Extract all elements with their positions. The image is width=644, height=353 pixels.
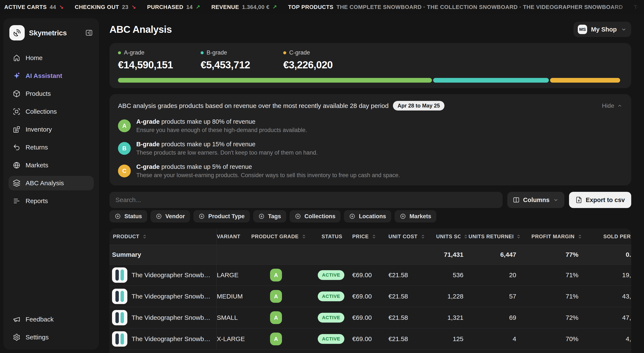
file-export-icon [576,196,582,203]
grade-name: A-grade [124,50,144,56]
filter-chip-collections[interactable]: Collections [290,210,341,222]
grade-metrics: A-grade €14,590,151 B-grade €5,453,712 C… [118,50,623,71]
search-input[interactable] [110,192,502,208]
grade-share-bar [118,78,623,82]
filter-chip-vendor[interactable]: Vendor [150,210,190,222]
cell-status: ACTIVE [318,286,352,307]
shop-avatar: MS [578,25,587,34]
sidebar-item-products[interactable]: Products [8,86,94,101]
summary-cell-product: Summary [110,245,217,264]
product-thumbnail [112,289,127,304]
collections-icon [13,108,20,116]
chevron-down-icon [620,26,627,32]
sidebar-item-label: Reports [26,197,48,204]
status-badge: ACTIVE [318,270,344,280]
grade-metric-label: B-grade [200,50,283,56]
cell-grade: A [251,286,318,307]
sidebar-collapse-button[interactable] [85,29,93,36]
table-row[interactable]: The Videographer SnowboardSMALLAACTIVE€6… [110,307,631,328]
chevron-down-icon [553,197,559,203]
cell-cost: €21.58 [388,286,436,307]
shop-name: My Shop [591,26,617,33]
column-header-product[interactable]: PRODUCT [110,228,217,245]
filter-chip-product-type[interactable]: Product Type [193,210,250,222]
sidebar-item-home[interactable]: Home [8,51,94,65]
ticker-item: REVENUE1.364,00 €↗ [211,4,277,10]
main-content: ABC Analysis MS My Shop A-grade €14,590,… [99,18,640,353]
snowboard-dark-icon [116,334,119,344]
columns-button[interactable]: Columns [507,192,564,208]
ticker-value: 23 [122,4,128,10]
column-header-sp[interactable]: SOLD PER [583,228,631,245]
summary-cell-grade [251,245,318,264]
sidebar-item-inventory[interactable]: Inventory [8,122,94,137]
summary-row: Summary71,4316,44777%0.5 [110,245,631,265]
product-name: The Videographer Snowboard [132,335,216,342]
cell-margin: 70% [521,328,583,350]
ticker-item: TOP LOCATIONSAUSTRALIA · REINO UNIDO [634,4,644,10]
grade-explanation-title: B-grade products make up 15% of revenue [136,141,318,148]
ticker-value: THE COMPLETE SNOWBOARD · THE COLLECTION … [336,4,623,10]
ticker-label: REVENUE [211,4,239,10]
sidebar-item-ai-assistant[interactable]: AI Assistant [8,68,94,83]
sidebar-item-abc-analysis[interactable]: ABC Analysis [8,176,94,190]
column-header-cost[interactable]: UNIT COST [388,228,436,245]
cell-product: The Videographer Snowboard [110,286,217,307]
table-row[interactable]: The Videographer SnowboardMEDIUMAACTIVE€… [110,286,631,307]
column-header-sold[interactable]: UNITS SOLD [436,228,468,245]
column-label: PRODUCT [113,234,139,240]
product-name: The Videographer Snowboard [132,314,216,321]
title-row: ABC Analysis MS My Shop [110,22,631,37]
filter-chip-locations[interactable]: Locations [344,210,391,222]
grade-explanation-text: B-grade products make up 15% of revenue … [136,141,318,156]
cell-variant: LARGE [217,265,251,286]
cell-grade: A [251,328,318,350]
trend-up-icon: ↗ [272,4,277,10]
sidebar-item-markets[interactable]: Markets [8,158,94,172]
shop-switcher-button[interactable]: MS My Shop [574,22,631,37]
cell-cost: €21.58 [388,328,436,350]
grade-share-segment [118,78,432,82]
column-header-price[interactable]: PRICE [352,228,388,245]
export-csv-button[interactable]: Export to csv [569,192,631,208]
grade-explanation-title: A-grade products make up 80% of revenue [136,118,307,125]
filter-chip-tags[interactable]: Tags [253,210,286,222]
column-label: VARIANT [217,234,240,240]
column-header-ret[interactable]: UNITS RETURNED [468,228,521,245]
table-row[interactable]: The Videographer SnowboardX-LARGEAACTIVE… [110,328,631,350]
column-header-grade[interactable]: PRODUCT GRADE [251,228,318,245]
grade-explanation-item: A A-grade products make up 80% of revenu… [118,118,623,134]
column-label: UNIT COST [388,234,418,240]
shell: Skymetrics HomeAI AssistantProductsColle… [0,14,644,353]
grade-explanations: A A-grade products make up 80% of revenu… [118,118,623,179]
cell-grade: A [251,265,318,286]
satellite-dish-icon [13,28,21,37]
sidebar-item-label: AI Assistant [26,72,62,80]
grade-badge: A [270,311,282,324]
app-root: ACTIVE CARTS44↘CHECKING OUT23↘PURCHASED1… [0,0,644,353]
sidebar-item-returns[interactable]: Returns [8,140,94,154]
sidebar-item-feedback[interactable]: Feedback [8,312,94,326]
status-badge: ACTIVE [318,292,344,301]
plus-circle-icon [349,213,356,220]
cell-price: €69.00 [352,286,388,307]
cell-price: €69.00 [352,307,388,328]
cell-price: €69.00 [352,328,388,350]
sidebar-item-reports[interactable]: Reports [8,194,94,208]
grade-revenue-value: €14,590,151 [118,59,200,71]
hide-label: Hide [602,102,614,109]
cell-ret: 20 [468,265,521,286]
ticker-value: 14 [186,4,193,10]
filter-chip-status[interactable]: Status [110,210,147,222]
sidebar-item-settings[interactable]: Settings [8,330,94,344]
plus-circle-icon [400,213,406,220]
hide-info-button[interactable]: Hide [602,102,623,109]
grade-metric: A-grade €14,590,151 [118,50,200,71]
sidebar-item-collections[interactable]: Collections [8,104,94,119]
column-header-margin[interactable]: PROFIT MARGIN [521,228,583,245]
table-row[interactable]: The Videographer SnowboardLARGEAACTIVE€6… [110,265,631,286]
filter-chip-markets[interactable]: Markets [394,210,436,222]
snowboard-teal-icon [120,312,124,323]
grade-explanation-subtitle: Ensure you have enough of these high-dem… [136,127,307,134]
live-ticker: ACTIVE CARTS44↘CHECKING OUT23↘PURCHASED1… [0,0,644,14]
